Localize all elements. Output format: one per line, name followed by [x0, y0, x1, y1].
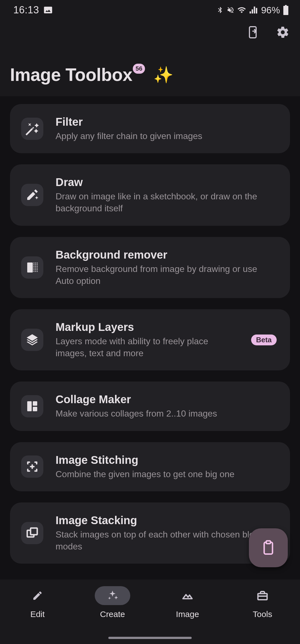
- image-icon: [170, 586, 205, 605]
- status-time: 16:13: [13, 4, 39, 16]
- svg-rect-11: [33, 267, 34, 269]
- beta-badge: Beta: [251, 335, 277, 345]
- svg-rect-20: [27, 401, 32, 411]
- tool-card-stitching[interactable]: Image Stitching Combine the given images…: [10, 442, 290, 491]
- magic-wand-icon: [21, 118, 43, 140]
- svg-rect-8: [33, 266, 34, 267]
- tool-card-draw[interactable]: Draw Draw on image like in a sketchbook,…: [10, 164, 290, 226]
- svg-rect-15: [35, 269, 36, 270]
- svg-rect-2: [33, 262, 34, 264]
- card-subtitle: Combine the given images to get one big …: [56, 468, 277, 480]
- card-subtitle: Make various collages from 2..10 images: [56, 408, 277, 420]
- svg-rect-12: [35, 267, 36, 269]
- toolbox-icon: [245, 586, 280, 605]
- svg-rect-13: [37, 267, 38, 269]
- card-title: Markup Layers: [56, 320, 239, 334]
- background-remove-icon: [21, 256, 43, 279]
- svg-rect-9: [35, 266, 36, 267]
- card-subtitle: Stack images on top of each other with c…: [56, 529, 277, 553]
- settings-button[interactable]: [276, 25, 290, 39]
- stack-icon: [21, 522, 43, 544]
- card-title: Filter: [56, 115, 277, 128]
- bluetooth-icon: [216, 6, 224, 14]
- card-subtitle: Apply any filter chain to given images: [56, 130, 277, 142]
- svg-rect-17: [33, 271, 34, 272]
- mute-icon: [227, 6, 234, 14]
- card-title: Image Stitching: [56, 453, 277, 467]
- sparkles-icon: [95, 586, 130, 605]
- svg-rect-18: [35, 271, 36, 272]
- svg-rect-16: [37, 269, 38, 270]
- svg-rect-22: [33, 407, 37, 411]
- card-subtitle: Remove background from image by drawing …: [56, 263, 277, 287]
- layers-icon: [21, 329, 43, 351]
- tool-card-markup-layers[interactable]: Markup Layers Layers mode with ability t…: [10, 309, 290, 370]
- svg-rect-3: [35, 262, 36, 264]
- card-subtitle: Draw on image like in a sketchbook, or d…: [56, 190, 277, 214]
- tool-card-filter[interactable]: Filter Apply any filter chain to given i…: [10, 104, 290, 153]
- nav-label: Edit: [30, 610, 45, 619]
- svg-rect-26: [266, 541, 271, 544]
- app-header: Image Toolbox 56 ✨: [0, 20, 300, 96]
- svg-rect-10: [37, 266, 38, 267]
- edit-icon: [20, 586, 55, 605]
- svg-rect-1: [27, 262, 33, 273]
- nav-item-create[interactable]: Create: [75, 586, 150, 644]
- card-title: Draw: [56, 175, 277, 189]
- svg-rect-4: [37, 262, 38, 264]
- svg-rect-21: [33, 401, 37, 406]
- card-title: Collage Maker: [56, 393, 277, 406]
- svg-rect-6: [35, 264, 36, 265]
- sparkles-emoji: ✨: [153, 67, 173, 83]
- nav-item-image[interactable]: Image: [150, 586, 225, 644]
- svg-rect-5: [33, 264, 34, 265]
- gesture-bar: [108, 637, 192, 639]
- picture-icon: [44, 6, 52, 14]
- clipboard-fab[interactable]: [249, 528, 288, 567]
- signal-icon: [249, 6, 257, 14]
- status-bar: 16:13 96%: [0, 0, 300, 20]
- svg-rect-14: [33, 269, 34, 270]
- collage-icon: [21, 395, 43, 417]
- nav-item-edit[interactable]: Edit: [0, 586, 75, 644]
- battery-icon: [283, 5, 289, 15]
- nav-item-tools[interactable]: Tools: [225, 586, 300, 644]
- nav-label: Image: [176, 610, 199, 619]
- wifi-icon: [237, 6, 246, 14]
- card-subtitle: Layers mode with ability to freely place…: [56, 335, 239, 359]
- card-title: Image Stacking: [56, 514, 277, 527]
- svg-rect-19: [37, 271, 38, 272]
- tool-card-collage[interactable]: Collage Maker Make various collages from…: [10, 382, 290, 431]
- app-title: Image Toolbox: [10, 65, 132, 85]
- tool-count-badge: 56: [133, 64, 145, 74]
- svg-rect-24: [31, 528, 37, 535]
- battery-percentage: 96%: [261, 5, 280, 16]
- tool-card-stacking[interactable]: Image Stacking Stack images on top of ea…: [10, 502, 290, 564]
- stitch-icon: [21, 455, 43, 478]
- export-device-button[interactable]: [246, 25, 260, 39]
- nav-label: Create: [100, 610, 125, 619]
- svg-rect-7: [37, 264, 38, 265]
- pencil-sparkle-icon: [21, 184, 43, 206]
- bottom-nav: Edit Create Image Tools: [0, 579, 300, 644]
- card-title: Background remover: [56, 248, 277, 261]
- nav-label: Tools: [253, 610, 272, 619]
- tool-card-bg-remover[interactable]: Background remover Remove background fro…: [10, 237, 290, 298]
